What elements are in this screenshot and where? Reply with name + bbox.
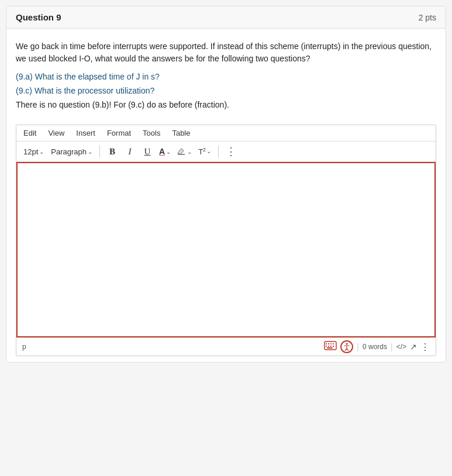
paragraph-chevron-icon: ⌄ <box>88 149 92 155</box>
svg-rect-6 <box>326 346 327 347</box>
statusbar-more-icon[interactable]: ⋮ <box>420 342 430 353</box>
svg-rect-7 <box>328 346 329 347</box>
font-color-button[interactable]: A ⌄ <box>157 146 172 157</box>
question-header: Question 9 2 pts <box>6 6 446 29</box>
font-color-chevron-icon: ⌄ <box>166 149 171 155</box>
note-text: There is no question (9.b)! For (9.c) do… <box>16 100 436 109</box>
bold-icon: B <box>109 147 115 157</box>
menu-insert[interactable]: Insert <box>74 127 98 139</box>
separator-1: | <box>357 342 359 351</box>
svg-rect-9 <box>333 346 334 347</box>
statusbar-right: | 0 words | </> ↗ ⋮ <box>324 340 430 353</box>
font-size-chevron-icon: ⌄ <box>39 149 44 155</box>
bold-button[interactable]: B <box>105 144 120 159</box>
superscript-chevron-icon: ⌄ <box>206 148 211 154</box>
toolbar-more-button[interactable]: ⋮ <box>223 144 239 159</box>
font-color-icon: A <box>159 147 165 156</box>
menu-view[interactable]: View <box>46 127 67 139</box>
question-body: We go back in time before interrupts wer… <box>6 29 446 125</box>
accessibility-icon[interactable] <box>340 340 353 353</box>
editor-wrapper: Edit View Insert Format Tools Table 12pt… <box>16 125 436 356</box>
superscript-label: T2 <box>198 147 206 156</box>
svg-rect-2 <box>326 343 327 344</box>
expand-icon[interactable]: ↗ <box>410 342 417 351</box>
svg-rect-8 <box>330 346 332 347</box>
sub-question-a: (9.a) What is the elapsed time of J in s… <box>16 72 436 81</box>
word-count: 0 words <box>363 343 387 351</box>
sub-question-c: (9.c) What is the processor utilization? <box>16 86 436 95</box>
svg-rect-3 <box>328 343 329 344</box>
italic-icon: I <box>129 147 132 157</box>
highlight-button[interactable]: ⌄ <box>175 145 194 158</box>
menu-edit[interactable]: Edit <box>21 127 39 139</box>
superscript-button[interactable]: T2 ⌄ <box>196 146 213 157</box>
svg-point-11 <box>346 343 348 345</box>
question-pts: 2 pts <box>419 13 436 22</box>
more-icon: ⋮ <box>226 145 236 158</box>
menu-format[interactable]: Format <box>105 127 133 139</box>
toolbar-divider-1 <box>99 146 100 157</box>
question-paragraph-text: We go back in time before interrupts wer… <box>16 42 432 63</box>
editor-content-area[interactable] <box>16 162 436 337</box>
menu-tools[interactable]: Tools <box>140 127 163 139</box>
menu-table[interactable]: Table <box>170 127 192 139</box>
underline-button[interactable]: U <box>140 144 155 159</box>
svg-rect-5 <box>333 343 334 344</box>
editor-statusbar: p <box>16 337 436 356</box>
svg-rect-10 <box>327 347 333 349</box>
paragraph-label: Paragraph <box>51 147 87 156</box>
code-view-button[interactable]: </> <box>396 343 406 351</box>
separator-2: | <box>391 342 393 351</box>
editor-toolbar: 12pt ⌄ Paragraph ⌄ B I U <box>16 142 436 162</box>
svg-rect-4 <box>330 343 332 344</box>
italic-button[interactable]: I <box>122 144 137 159</box>
keyboard-icon[interactable] <box>324 341 337 353</box>
question-paragraph: We go back in time before interrupts wer… <box>16 40 436 65</box>
highlight-chevron-icon: ⌄ <box>187 149 192 155</box>
font-size-value: 12pt <box>23 147 38 156</box>
font-size-selector[interactable]: 12pt ⌄ <box>21 146 46 157</box>
statusbar-tag: p <box>22 343 26 351</box>
question-container: Question 9 2 pts We go back in time befo… <box>6 6 446 363</box>
paragraph-selector[interactable]: Paragraph ⌄ <box>49 146 95 157</box>
highlight-icon <box>177 146 186 157</box>
editor-menubar: Edit View Insert Format Tools Table <box>16 125 436 142</box>
underline-icon: U <box>144 147 151 157</box>
question-title: Question 9 <box>16 12 61 22</box>
toolbar-divider-2 <box>218 146 219 157</box>
statusbar-left: p <box>22 343 26 351</box>
